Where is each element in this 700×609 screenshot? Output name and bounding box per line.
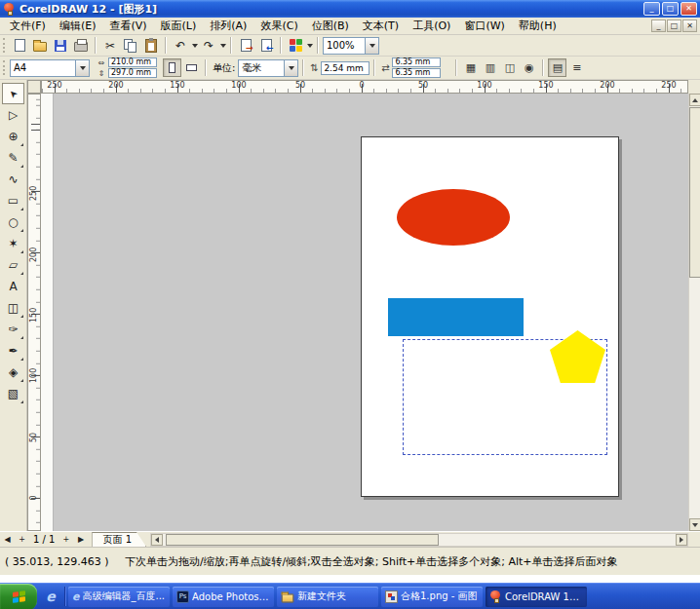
minimize-button[interactable]: _ xyxy=(643,2,660,16)
menu-effects[interactable]: 效果(C) xyxy=(253,17,304,35)
text-tool[interactable]: A xyxy=(2,276,24,297)
menu-text[interactable]: 文本(T) xyxy=(356,17,406,35)
portrait-button[interactable] xyxy=(163,58,181,77)
duplicate-y-field[interactable]: 6.35 mm xyxy=(392,68,441,78)
page-tab[interactable]: 页面 1 xyxy=(92,532,146,547)
export-button[interactable]: ← xyxy=(256,36,276,56)
maximize-button[interactable]: □ xyxy=(662,2,679,16)
taskbar-item-coreldraw[interactable]: CorelDRAW 12 -... xyxy=(486,587,587,607)
taskbar-item-paint[interactable]: 合格1.png - 画图 xyxy=(381,587,483,607)
menu-layout[interactable]: 版面(L) xyxy=(154,17,204,35)
snap-to-guidelines-button[interactable]: ▥ xyxy=(481,58,499,77)
open-button[interactable] xyxy=(30,36,50,56)
units-value: 毫米 xyxy=(239,61,284,75)
taskbar-item-photoshop[interactable]: Ps Adobe Photosh... xyxy=(173,587,274,607)
menu-bitmaps[interactable]: 位图(B) xyxy=(305,17,356,35)
scrollbar-corner xyxy=(688,533,700,547)
ellipse-tool[interactable]: ○ xyxy=(2,211,24,233)
menu-window[interactable]: 窗口(W) xyxy=(457,17,511,35)
h-ruler-label: 250 xyxy=(47,81,61,90)
taskbar-item-label: 高级编辑器_百度... xyxy=(82,590,165,603)
eyedropper-tool[interactable]: ✑ xyxy=(2,319,24,340)
paper-type-arrow[interactable] xyxy=(75,60,89,76)
mdi-restore-button[interactable]: □ xyxy=(667,19,681,32)
h-ruler-label: 200 xyxy=(600,81,614,90)
polygon-tool[interactable]: ✶ xyxy=(2,233,24,254)
quick-launch-ie[interactable]: e xyxy=(40,590,61,603)
units-combo[interactable]: 毫米 xyxy=(238,59,298,77)
menu-arrange[interactable]: 排列(A) xyxy=(203,17,253,35)
horizontal-ruler[interactable]: 250 200 150 100 50 0 50 100 150 200 250 xyxy=(41,80,688,94)
launcher-dropdown-icon[interactable] xyxy=(307,44,313,48)
pick-tool[interactable]: ➤ xyxy=(2,83,24,104)
menu-help[interactable]: 帮助(H) xyxy=(512,17,564,35)
page-navigation-bar: ◀ + 1 / 1 + ▶ 页面 1 xyxy=(0,531,700,547)
add-page-before-button[interactable]: + xyxy=(15,533,29,547)
outline-tool[interactable]: ✒ xyxy=(2,340,24,362)
new-button[interactable] xyxy=(10,36,29,56)
menu-tools[interactable]: 工具(O) xyxy=(406,17,457,35)
horizontal-scroll-thumb[interactable] xyxy=(166,534,439,546)
start-button[interactable] xyxy=(0,584,37,609)
dynamic-guides-button[interactable]: ◉ xyxy=(520,58,538,77)
units-combo-arrow[interactable] xyxy=(284,60,297,76)
drawing-area[interactable] xyxy=(41,94,688,531)
toolbar-grip[interactable] xyxy=(3,38,6,53)
landscape-button[interactable] xyxy=(182,58,201,77)
horizontal-scrollbar[interactable] xyxy=(150,533,688,547)
zoom-tool[interactable]: ⊕ xyxy=(2,126,24,147)
mdi-close-button[interactable]: ✕ xyxy=(682,19,697,32)
nudge-offset-field[interactable]: 2.54 mm xyxy=(321,61,369,75)
ruler-origin-button[interactable] xyxy=(27,80,41,94)
blue-rectangle-shape[interactable] xyxy=(388,298,524,336)
vertical-scrollbar[interactable] xyxy=(688,94,700,531)
cut-button[interactable]: ✂ xyxy=(100,36,120,56)
import-button[interactable]: → xyxy=(236,36,255,56)
redo-button[interactable]: ↷ xyxy=(199,36,218,56)
mdi-minimize-button[interactable]: _ xyxy=(651,19,666,32)
interactive-fill-tool[interactable]: ▧ xyxy=(2,383,24,404)
scroll-left-button[interactable] xyxy=(151,534,163,546)
snap-to-grid-button[interactable]: ▦ xyxy=(461,58,480,77)
zoom-level-combo[interactable]: 100% xyxy=(323,37,379,55)
toolbar-grip[interactable] xyxy=(3,60,6,75)
copy-button[interactable] xyxy=(121,36,140,56)
snap-to-objects-button[interactable]: ◫ xyxy=(500,58,519,77)
rectangle-tool[interactable]: ▭ xyxy=(2,190,24,211)
fill-tool[interactable]: ◈ xyxy=(2,362,24,383)
menu-edit[interactable]: 编辑(E) xyxy=(53,17,103,35)
undo-dropdown-icon[interactable] xyxy=(192,44,198,48)
paste-button[interactable] xyxy=(141,36,161,56)
scroll-right-button[interactable] xyxy=(676,534,687,546)
redo-dropdown-icon[interactable] xyxy=(220,44,226,48)
paper-type-combo[interactable]: A4 xyxy=(10,59,90,77)
paper-width-field[interactable]: 210.0 mm xyxy=(108,57,157,67)
next-page-button[interactable]: ▶ xyxy=(73,533,88,547)
freehand-tool[interactable]: ✎ xyxy=(2,147,24,169)
previous-page-button[interactable]: ◀ xyxy=(0,533,15,547)
shape-tool[interactable]: ▷ xyxy=(2,104,24,126)
application-launcher-button[interactable] xyxy=(286,36,305,56)
paper-height-field[interactable]: 297.0 mm xyxy=(108,68,157,78)
taskbar-item-browser[interactable]: e 高级编辑器_百度... xyxy=(68,587,170,607)
add-page-after-button[interactable]: + xyxy=(58,533,73,547)
undo-button[interactable]: ↶ xyxy=(171,36,190,56)
duplicate-x-field[interactable]: 6.35 mm xyxy=(392,57,441,67)
basic-shapes-tool[interactable]: ▱ xyxy=(2,254,24,276)
red-ellipse-shape[interactable] xyxy=(397,189,510,246)
smart-drawing-tool[interactable]: ∿ xyxy=(2,169,24,190)
close-button[interactable]: ✕ xyxy=(681,2,697,16)
interactive-blend-tool[interactable]: ◫ xyxy=(2,297,24,319)
treat-as-filled-button[interactable]: ▤ xyxy=(548,58,566,77)
vertical-scroll-thumb[interactable] xyxy=(689,107,700,278)
menu-file[interactable]: 文件(F) xyxy=(3,17,53,35)
menu-view[interactable]: 查看(V) xyxy=(102,17,153,35)
scroll-down-button[interactable] xyxy=(689,518,700,531)
save-button[interactable] xyxy=(51,36,70,56)
zoom-combo-arrow[interactable] xyxy=(365,38,378,54)
options-button[interactable]: ≡ xyxy=(567,58,586,77)
vertical-ruler[interactable]: 250 200 150 100 50 0 xyxy=(27,94,41,531)
scroll-up-button[interactable] xyxy=(689,94,700,106)
print-button[interactable] xyxy=(71,36,91,56)
taskbar-item-folder[interactable]: 新建文件夹 xyxy=(277,587,378,607)
